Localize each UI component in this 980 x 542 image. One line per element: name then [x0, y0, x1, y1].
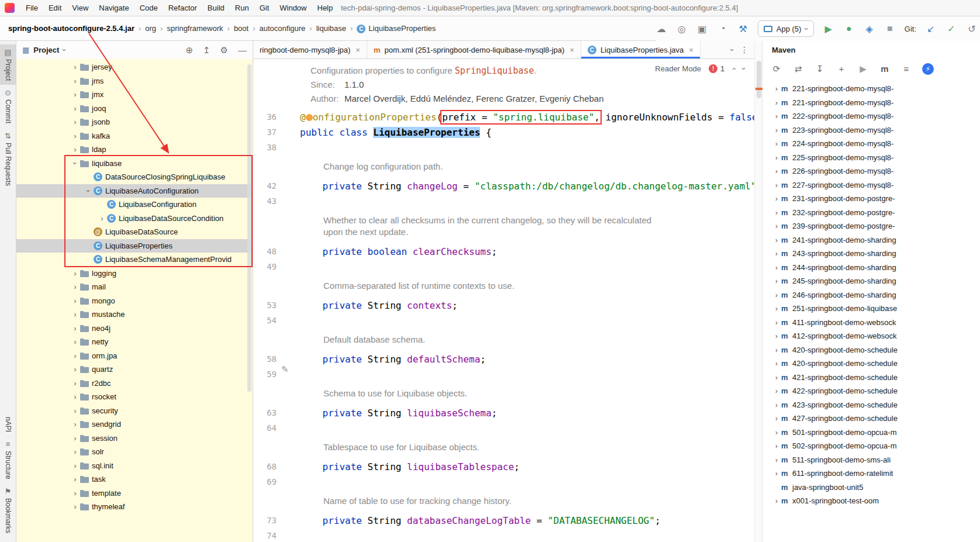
- tree-item-datasourceclosingspringliquibase[interactable]: CDataSourceClosingSpringLiquibase: [16, 170, 253, 184]
- code-line-43[interactable]: 43: [253, 194, 754, 209]
- tool-bookmarks[interactable]: ⚑Bookmarks: [0, 484, 16, 537]
- code-line-74[interactable]: 74: [253, 528, 754, 542]
- line-number[interactable]: 37: [253, 127, 286, 137]
- chevron-right-icon[interactable]: ›: [772, 84, 781, 93]
- tool-pull-requests[interactable]: ⇅Pull Requests: [0, 128, 16, 190]
- chevron-right-icon[interactable]: ›: [772, 112, 781, 120]
- maven-project-411-springboot-demo-websock[interactable]: ›m411-springboot-demo-websock: [762, 316, 980, 330]
- chevron-right-icon[interactable]: ›: [772, 277, 781, 285]
- code-line-73[interactable]: 73 private String databaseChangeLogTable…: [253, 513, 754, 528]
- line-number[interactable]: 68: [253, 462, 286, 471]
- chevron-right-icon[interactable]: ›: [772, 359, 781, 368]
- tree-item-netty[interactable]: ›netty: [16, 335, 253, 349]
- chevron-right-icon[interactable]: ›: [772, 401, 781, 409]
- tree-item-security[interactable]: ›security: [16, 404, 253, 418]
- chevron-right-icon[interactable]: ›: [70, 461, 80, 470]
- line-number[interactable]: 48: [253, 247, 286, 256]
- breadcrumb-autoconfigure[interactable]: autoconfigure: [260, 24, 306, 33]
- chevron-right-icon[interactable]: ›: [70, 351, 80, 360]
- run-icon[interactable]: ▶: [823, 23, 834, 34]
- hide-icon[interactable]: —: [238, 45, 247, 55]
- tree-item-solr[interactable]: ›solr: [16, 445, 253, 459]
- chevron-right-icon[interactable]: ›: [772, 153, 781, 162]
- menu-refactor[interactable]: Refactor: [163, 4, 202, 12]
- close-tab-icon[interactable]: ×: [356, 46, 360, 54]
- code-line-64[interactable]: 64: [253, 420, 754, 436]
- maven-project-224-springboot-demo-mysql8[interactable]: ›m224-springboot-demo-mysql8-: [762, 137, 980, 151]
- tab-list-dropdown-icon[interactable]: ›: [728, 49, 736, 51]
- maven-project-231-springboot-demo-postgre[interactable]: ›m231-springboot-demo-postgre-: [762, 192, 980, 206]
- tree-item-thymeleaf[interactable]: ›thymeleaf: [16, 500, 253, 514]
- editor-tab-pom.xml-251-springboot-demo-liquibase-mysql8-jpa[interactable]: mpom.xml (251-springboot-demo-liquibase-…: [367, 41, 581, 58]
- tree-item-mongo[interactable]: ›mongo: [16, 294, 253, 308]
- maven-project-244-springboot-demo-sharding[interactable]: ›m244-springboot-demo-sharding: [762, 261, 980, 275]
- run-maven-build-icon[interactable]: ▶: [857, 64, 869, 74]
- collapse-all-icon[interactable]: ↥: [203, 45, 211, 56]
- chevron-right-icon[interactable]: ›: [772, 98, 781, 107]
- chevron-right-icon[interactable]: ›: [772, 291, 781, 299]
- download-sources-icon[interactable]: ↧: [814, 64, 826, 74]
- maven-project-221-springboot-demo-mysql8[interactable]: ›m221-springboot-demo-mysql8-: [762, 96, 980, 110]
- maven-project-232-springboot-demo-postgre[interactable]: ›m232-springboot-demo-postgre-: [762, 206, 980, 220]
- chevron-right-icon[interactable]: ›: [70, 77, 80, 85]
- tree-item-session[interactable]: ›session: [16, 431, 253, 446]
- code-line-48[interactable]: 48 private boolean clearChecksums;: [253, 244, 754, 259]
- menu-code[interactable]: Code: [134, 4, 163, 12]
- chevron-right-icon[interactable]: ›: [70, 420, 80, 429]
- tree-item-jmx[interactable]: ›jmx: [16, 88, 253, 102]
- maven-project-223-springboot-demo-mysql8[interactable]: ›m223-springboot-demo-mysql8-: [762, 123, 980, 137]
- chevron-right-icon[interactable]: ›: [70, 406, 80, 415]
- chevron-right-icon[interactable]: ›: [772, 222, 781, 230]
- line-number[interactable]: 53: [253, 301, 286, 310]
- code-line-42[interactable]: 42 private String changeLog = "classpath…: [253, 178, 754, 194]
- close-tab-icon[interactable]: ×: [570, 46, 574, 54]
- maven-project-227-springboot-demo-mysql8[interactable]: ›m227-springboot-demo-mysql8-: [762, 178, 980, 192]
- chevron-right-icon[interactable]: ›: [772, 455, 781, 464]
- code-line-59[interactable]: 59: [253, 367, 754, 382]
- chevron-right-icon[interactable]: ›: [772, 236, 781, 244]
- stop-icon[interactable]: ■: [884, 23, 896, 34]
- chevron-right-icon[interactable]: ›: [97, 214, 107, 223]
- chevron-right-icon[interactable]: ›: [772, 373, 781, 382]
- maven-project-243-springboot-demo-sharding[interactable]: ›m243-springboot-demo-sharding: [762, 247, 980, 261]
- chevron-right-icon[interactable]: ›: [70, 434, 80, 443]
- chevron-right-icon[interactable]: ›: [772, 181, 781, 189]
- reader-mode-link[interactable]: Reader Mode: [655, 64, 701, 73]
- menu-window[interactable]: Window: [274, 4, 312, 12]
- tree-item-mustache[interactable]: ›mustache: [16, 308, 253, 322]
- tree-item-liquibase[interactable]: ›liquibase: [16, 157, 253, 171]
- menu-build[interactable]: Build: [202, 4, 230, 12]
- code-line-37[interactable]: 37public class LiquibaseProperties {: [253, 125, 754, 140]
- maven-project-422-springboot-demo-schedule[interactable]: ›m422-springboot-demo-schedule: [762, 384, 980, 398]
- chevron-right-icon[interactable]: ›: [70, 502, 80, 511]
- tree-item-liquibasedatasource[interactable]: @LiquibaseDataSource: [16, 225, 253, 239]
- chevron-right-icon[interactable]: ›: [772, 496, 781, 505]
- tree-item-liquibasedatasourcecondition[interactable]: ›CLiquibaseDataSourceCondition: [16, 212, 253, 226]
- tree-item-rsocket[interactable]: ›rsocket: [16, 390, 253, 404]
- chevron-right-icon[interactable]: ›: [772, 346, 781, 354]
- chevron-right-icon[interactable]: ›: [70, 145, 80, 154]
- error-stripe-mark[interactable]: [755, 88, 762, 90]
- line-number[interactable]: 63: [253, 408, 286, 417]
- chevron-right-icon[interactable]: ›: [70, 489, 80, 498]
- editor-tab-ringboot-demo-mysql8-jpa[interactable]: ringboot-demo-mysql8-jpa)×: [253, 41, 367, 58]
- chevron-right-icon[interactable]: ›: [772, 208, 781, 217]
- code-line-38[interactable]: 38: [253, 140, 754, 155]
- chevron-right-icon[interactable]: ›: [772, 428, 781, 437]
- coverage-icon[interactable]: ◈: [864, 23, 875, 34]
- chevron-right-icon[interactable]: ›: [772, 126, 781, 134]
- maven-settings-icon[interactable]: ≡: [900, 64, 912, 74]
- add-maven-project-icon[interactable]: +: [836, 64, 847, 74]
- tree-item-quartz[interactable]: ›quartz: [16, 363, 253, 377]
- chevron-right-icon[interactable]: ›: [70, 104, 80, 113]
- chevron-right-icon[interactable]: ›: [772, 139, 781, 148]
- code-line-58[interactable]: 58 private String defaultSchema;: [253, 351, 754, 367]
- chevron-right-icon[interactable]: ›: [70, 392, 80, 401]
- menu-file[interactable]: File: [20, 4, 43, 12]
- tree-item-r2dbc[interactable]: ›r2dbc: [16, 377, 253, 391]
- chevron-right-icon[interactable]: ›: [772, 263, 781, 272]
- generate-sources-icon[interactable]: ⇄: [792, 64, 804, 74]
- tree-item-sendgrid[interactable]: ›sendgrid: [16, 417, 253, 431]
- commit-icon[interactable]: ✓: [946, 23, 957, 34]
- chevron-right-icon[interactable]: ›: [772, 304, 781, 313]
